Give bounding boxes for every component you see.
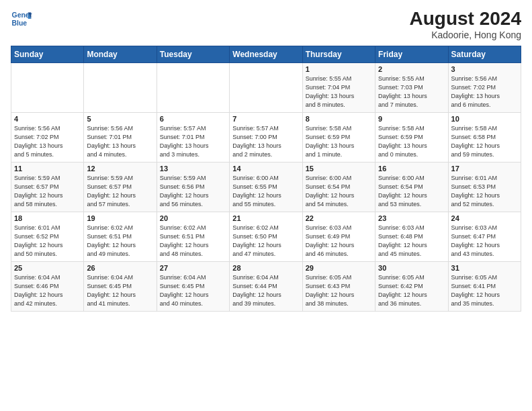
calendar-cell: 4Sunrise: 5:56 AM Sunset: 7:02 PM Daylig… [11, 113, 84, 163]
day-number: 4 [14, 115, 81, 123]
calendar-cell: 21Sunrise: 6:02 AM Sunset: 6:50 PM Dayli… [230, 212, 302, 262]
day-info: Sunrise: 6:03 AM Sunset: 6:48 PM Dayligh… [378, 224, 445, 259]
day-info: Sunrise: 5:58 AM Sunset: 6:59 PM Dayligh… [378, 124, 445, 159]
day-number: 28 [232, 264, 299, 272]
col-header-saturday: Saturday [448, 46, 521, 63]
calendar-cell: 5Sunrise: 5:56 AM Sunset: 7:01 PM Daylig… [84, 113, 157, 163]
day-number: 30 [378, 264, 445, 272]
day-number: 20 [160, 214, 226, 222]
day-info: Sunrise: 5:59 AM Sunset: 6:57 PM Dayligh… [14, 174, 81, 209]
calendar-week-2: 4Sunrise: 5:56 AM Sunset: 7:02 PM Daylig… [11, 113, 521, 163]
day-number: 25 [14, 264, 81, 272]
day-info: Sunrise: 5:56 AM Sunset: 7:02 PM Dayligh… [14, 124, 81, 159]
day-info: Sunrise: 6:04 AM Sunset: 6:45 PM Dayligh… [160, 273, 226, 308]
day-info: Sunrise: 6:05 AM Sunset: 6:41 PM Dayligh… [451, 273, 518, 308]
day-info: Sunrise: 6:03 AM Sunset: 6:49 PM Dayligh… [306, 224, 372, 259]
calendar-cell: 30Sunrise: 6:05 AM Sunset: 6:42 PM Dayli… [375, 262, 448, 312]
calendar-cell: 13Sunrise: 5:59 AM Sunset: 6:56 PM Dayli… [157, 163, 229, 212]
calendar-week-3: 11Sunrise: 5:59 AM Sunset: 6:57 PM Dayli… [11, 163, 521, 212]
svg-text:Blue: Blue [12, 19, 28, 27]
day-info: Sunrise: 6:04 AM Sunset: 6:45 PM Dayligh… [87, 273, 153, 308]
day-info: Sunrise: 5:56 AM Sunset: 7:02 PM Dayligh… [451, 75, 518, 109]
day-number: 5 [87, 115, 153, 123]
calendar-week-1: 1Sunrise: 5:55 AM Sunset: 7:04 PM Daylig… [11, 63, 521, 113]
day-number: 6 [160, 115, 226, 123]
title-block: August 2024 Kadoorie, Hong Kong [410, 8, 522, 40]
day-number: 7 [232, 115, 299, 123]
calendar-header-row: SundayMondayTuesdayWednesdayThursdayFrid… [11, 46, 521, 63]
calendar-cell: 1Sunrise: 5:55 AM Sunset: 7:04 PM Daylig… [302, 63, 375, 113]
day-number: 22 [306, 214, 372, 222]
day-info: Sunrise: 6:02 AM Sunset: 6:51 PM Dayligh… [160, 224, 226, 259]
day-number: 8 [306, 115, 372, 123]
page-container: General Blue August 2024 Kadoorie, Hong … [0, 0, 532, 317]
day-number: 24 [451, 214, 518, 222]
col-header-monday: Monday [84, 46, 157, 63]
calendar-cell: 28Sunrise: 6:04 AM Sunset: 6:44 PM Dayli… [230, 262, 302, 312]
calendar-cell: 19Sunrise: 6:02 AM Sunset: 6:51 PM Dayli… [84, 212, 157, 262]
calendar-cell: 17Sunrise: 6:01 AM Sunset: 6:53 PM Dayli… [448, 163, 521, 212]
day-number: 10 [451, 115, 518, 123]
day-info: Sunrise: 6:01 AM Sunset: 6:52 PM Dayligh… [14, 224, 81, 259]
logo-icon: General Blue [11, 8, 32, 30]
calendar-cell: 25Sunrise: 6:04 AM Sunset: 6:46 PM Dayli… [11, 262, 84, 312]
logo: General Blue [11, 8, 32, 30]
day-number: 19 [87, 214, 153, 222]
day-info: Sunrise: 6:02 AM Sunset: 6:50 PM Dayligh… [232, 224, 299, 259]
calendar-cell: 26Sunrise: 6:04 AM Sunset: 6:45 PM Dayli… [84, 262, 157, 312]
day-number: 2 [378, 65, 445, 73]
day-number: 16 [378, 165, 445, 173]
calendar-week-5: 25Sunrise: 6:04 AM Sunset: 6:46 PM Dayli… [11, 262, 521, 312]
calendar-cell: 29Sunrise: 6:05 AM Sunset: 6:43 PM Dayli… [302, 262, 375, 312]
calendar-cell: 23Sunrise: 6:03 AM Sunset: 6:48 PM Dayli… [375, 212, 448, 262]
day-number: 12 [87, 165, 153, 173]
calendar-cell: 27Sunrise: 6:04 AM Sunset: 6:45 PM Dayli… [157, 262, 229, 312]
header: General Blue August 2024 Kadoorie, Hong … [11, 8, 521, 40]
day-info: Sunrise: 6:04 AM Sunset: 6:46 PM Dayligh… [14, 273, 81, 308]
day-number: 14 [232, 165, 299, 173]
day-number: 15 [306, 165, 372, 173]
day-number: 21 [232, 214, 299, 222]
calendar-cell: 20Sunrise: 6:02 AM Sunset: 6:51 PM Dayli… [157, 212, 229, 262]
day-number: 29 [306, 264, 372, 272]
calendar-cell: 22Sunrise: 6:03 AM Sunset: 6:49 PM Dayli… [302, 212, 375, 262]
calendar-cell: 12Sunrise: 5:59 AM Sunset: 6:57 PM Dayli… [84, 163, 157, 212]
col-header-thursday: Thursday [302, 46, 375, 63]
day-info: Sunrise: 6:01 AM Sunset: 6:53 PM Dayligh… [451, 174, 518, 209]
day-info: Sunrise: 5:55 AM Sunset: 7:04 PM Dayligh… [306, 75, 372, 109]
day-info: Sunrise: 5:59 AM Sunset: 6:56 PM Dayligh… [160, 174, 226, 209]
col-header-tuesday: Tuesday [157, 46, 229, 63]
day-info: Sunrise: 6:03 AM Sunset: 6:47 PM Dayligh… [451, 224, 518, 259]
day-number: 17 [451, 165, 518, 173]
col-header-wednesday: Wednesday [230, 46, 302, 63]
calendar-cell: 15Sunrise: 6:00 AM Sunset: 6:54 PM Dayli… [302, 163, 375, 212]
day-info: Sunrise: 5:58 AM Sunset: 6:58 PM Dayligh… [451, 124, 518, 159]
calendar-cell [157, 63, 229, 113]
day-number: 11 [14, 165, 81, 173]
day-info: Sunrise: 5:57 AM Sunset: 7:01 PM Dayligh… [160, 124, 226, 159]
day-number: 13 [160, 165, 226, 173]
calendar-cell: 24Sunrise: 6:03 AM Sunset: 6:47 PM Dayli… [448, 212, 521, 262]
calendar-cell: 3Sunrise: 5:56 AM Sunset: 7:02 PM Daylig… [448, 63, 521, 113]
day-number: 23 [378, 214, 445, 222]
calendar-cell: 10Sunrise: 5:58 AM Sunset: 6:58 PM Dayli… [448, 113, 521, 163]
calendar-cell [84, 63, 157, 113]
day-info: Sunrise: 5:57 AM Sunset: 7:00 PM Dayligh… [232, 124, 299, 159]
calendar-cell: 16Sunrise: 6:00 AM Sunset: 6:54 PM Dayli… [375, 163, 448, 212]
day-info: Sunrise: 5:59 AM Sunset: 6:57 PM Dayligh… [87, 174, 153, 209]
calendar-cell [230, 63, 302, 113]
month-year: August 2024 [410, 8, 522, 30]
calendar-cell: 9Sunrise: 5:58 AM Sunset: 6:59 PM Daylig… [375, 113, 448, 163]
day-info: Sunrise: 6:00 AM Sunset: 6:54 PM Dayligh… [378, 174, 445, 209]
calendar-cell [11, 63, 84, 113]
day-info: Sunrise: 5:55 AM Sunset: 7:03 PM Dayligh… [378, 75, 445, 109]
calendar-cell: 7Sunrise: 5:57 AM Sunset: 7:00 PM Daylig… [230, 113, 302, 163]
day-info: Sunrise: 5:56 AM Sunset: 7:01 PM Dayligh… [87, 124, 153, 159]
col-header-sunday: Sunday [11, 46, 84, 63]
day-number: 1 [306, 65, 372, 73]
location: Kadoorie, Hong Kong [410, 30, 522, 40]
calendar-cell: 14Sunrise: 6:00 AM Sunset: 6:55 PM Dayli… [230, 163, 302, 212]
day-number: 31 [451, 264, 518, 272]
day-number: 18 [14, 214, 81, 222]
calendar: SundayMondayTuesdayWednesdayThursdayFrid… [11, 46, 521, 312]
